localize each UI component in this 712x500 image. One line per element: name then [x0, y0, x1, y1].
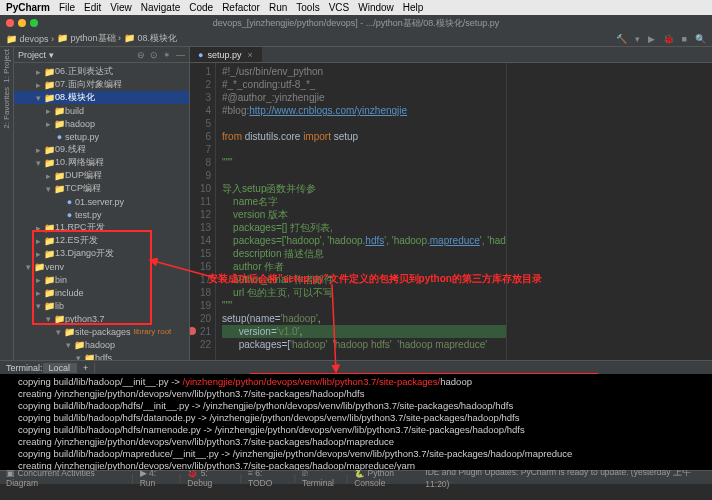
breadcrumb-2[interactable]: 📁 08.模块化	[124, 32, 177, 45]
build-icon[interactable]: 🔨	[616, 34, 627, 44]
menu-view[interactable]: View	[110, 2, 132, 13]
menu-navigate[interactable]: Navigate	[141, 2, 180, 13]
tree-item-16[interactable]: ▸📁bin	[14, 273, 189, 286]
tab-label: setup.py	[207, 50, 241, 60]
tree-item-17[interactable]: ▸📁include	[14, 286, 189, 299]
menu-refactor[interactable]: Refactor	[222, 2, 260, 13]
code-content[interactable]: #!_/usr/bin/env_python#_*_conding:utf-8_…	[216, 63, 506, 360]
tree-item-21[interactable]: ▾📁hadoop	[14, 338, 189, 351]
menu-edit[interactable]: Edit	[84, 2, 101, 13]
menu-window[interactable]: Window	[358, 2, 394, 13]
close-tab-icon[interactable]: ×	[247, 50, 252, 60]
left-tool-gutter: 1: Project 2: Favorites	[0, 47, 14, 360]
locate-icon[interactable]: ⊙	[150, 50, 158, 60]
tree-item-18[interactable]: ▾📁lib	[14, 299, 189, 312]
menu-run[interactable]: Run	[269, 2, 287, 13]
tree-item-20[interactable]: ▾📁site-packageslibrary root	[14, 325, 189, 338]
stop-icon[interactable]: ■	[682, 34, 687, 44]
status-tool-todo[interactable]: ≡ 6: TODO	[248, 468, 288, 488]
error-stripe[interactable]	[506, 63, 514, 360]
tree-item-7[interactable]: ▾📁10.网络编程	[14, 156, 189, 169]
terminal-output[interactable]: copying build/lib/hadoop/__init__.py -> …	[0, 374, 712, 470]
project-tool-button[interactable]: 1: Project	[2, 49, 11, 83]
status-tool-terminal[interactable]: ⎚ Terminal	[302, 468, 340, 488]
run-icon[interactable]: ▶	[648, 34, 655, 44]
tree-item-10[interactable]: ●01.server.py	[14, 195, 189, 208]
close-window-icon[interactable]	[6, 19, 14, 27]
tree-item-12[interactable]: ▸📁11.RPC开发	[14, 221, 189, 234]
menu-code[interactable]: Code	[189, 2, 213, 13]
status-tool-0[interactable]: ▣ Concurrent Activities Diagram	[6, 468, 126, 488]
breadcrumb-root[interactable]: 📁 devops ›	[6, 34, 54, 44]
menu-tools[interactable]: Tools	[296, 2, 319, 13]
project-panel-header: Project ▾ ⊖ ⊙ ✶ —	[14, 47, 189, 63]
status-tool-pyconsole[interactable]: 🐍 Python Console	[354, 468, 425, 488]
status-tool-debug[interactable]: 🐞 5: Debug	[187, 468, 233, 488]
project-panel-title: Project	[18, 50, 46, 60]
code-editor[interactable]: 12345678910111213141516171819202122 #!_/…	[190, 63, 712, 360]
terminal-tab-add[interactable]: +	[77, 363, 95, 373]
menu-pycharm[interactable]: PyCharm	[6, 2, 50, 13]
tree-item-15[interactable]: ▾📁venv	[14, 260, 189, 273]
tree-item-6[interactable]: ▸📁09.线程	[14, 143, 189, 156]
terminal-label: Terminal:	[6, 363, 43, 373]
terminal-tab-local[interactable]: Local	[43, 363, 78, 373]
editor-tab-setup[interactable]: ● setup.py ×	[190, 47, 262, 62]
maximize-window-icon[interactable]	[30, 19, 38, 27]
window-titlebar: devops_[yinzhengjie/python/devops] - ...…	[0, 15, 712, 31]
tree-item-2[interactable]: ▾📁08.模块化	[14, 91, 189, 104]
navigation-bar: 📁 devops › 📁 python基础 › 📁 08.模块化 🔨 ▾ ▶ 🐞…	[0, 31, 712, 47]
tree-item-3[interactable]: ▸📁build	[14, 104, 189, 117]
tree-item-11[interactable]: ●test.py	[14, 208, 189, 221]
editor-tabbar: ● setup.py ×	[190, 47, 712, 63]
tree-item-8[interactable]: ▸📁DUP编程	[14, 169, 189, 182]
settings-icon[interactable]: ✶	[163, 50, 171, 60]
tree-item-13[interactable]: ▸📁12.ES开发	[14, 234, 189, 247]
run-config-dropdown[interactable]: ▾	[635, 34, 640, 44]
menu-help[interactable]: Help	[403, 2, 424, 13]
editor-area: ● setup.py × 123456789101112131415161718…	[190, 47, 712, 360]
project-panel: Project ▾ ⊖ ⊙ ✶ — ▸📁06.正则表达式▸📁07.面向对象编程▾…	[14, 47, 190, 360]
menu-file[interactable]: File	[59, 2, 75, 13]
collapse-icon[interactable]: ⊖	[137, 50, 145, 60]
tree-item-19[interactable]: ▾📁python3.7	[14, 312, 189, 325]
tree-item-5[interactable]: ●setup.py	[14, 130, 189, 143]
terminal-toolbar: Terminal: Local +	[0, 360, 712, 374]
window-title: devops_[yinzhengjie/python/devops] - ...…	[213, 17, 500, 30]
tree-item-14[interactable]: ▸📁13.Django开发	[14, 247, 189, 260]
hide-icon[interactable]: —	[176, 50, 185, 60]
menu-vcs[interactable]: VCS	[329, 2, 350, 13]
minimize-window-icon[interactable]	[18, 19, 26, 27]
traffic-lights[interactable]	[6, 19, 38, 27]
tree-item-0[interactable]: ▸📁06.正则表达式	[14, 65, 189, 78]
debug-icon[interactable]: 🐞	[663, 34, 674, 44]
mac-menubar: PyCharmFileEditViewNavigateCodeRefactorR…	[0, 0, 712, 15]
status-tool-run[interactable]: ▶ 4: Run	[140, 468, 173, 488]
favorites-tool-button[interactable]: 2: Favorites	[2, 87, 11, 129]
tree-item-1[interactable]: ▸📁07.面向对象编程	[14, 78, 189, 91]
project-tree[interactable]: ▸📁06.正则表达式▸📁07.面向对象编程▾📁08.模块化▸📁build▸📁ha…	[14, 63, 189, 360]
tree-item-4[interactable]: ▸📁hadoop	[14, 117, 189, 130]
breadcrumb-1[interactable]: 📁 python基础 ›	[57, 32, 121, 45]
line-gutter[interactable]: 12345678910111213141516171819202122	[190, 63, 216, 360]
search-icon[interactable]: 🔍	[695, 34, 706, 44]
tree-item-22[interactable]: ▾📁hdfs	[14, 351, 189, 360]
tree-item-9[interactable]: ▾📁TCP编程	[14, 182, 189, 195]
status-bar: ▣ Concurrent Activities Diagram | ▶ 4: R…	[0, 470, 712, 484]
